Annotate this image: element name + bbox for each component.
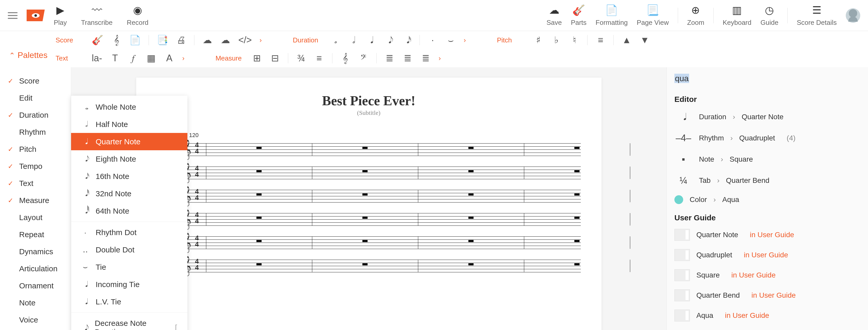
- palette-item[interactable]: ≡: [595, 35, 606, 46]
- palette-item[interactable]: 𝄞: [340, 53, 350, 64]
- staff[interactable]: 𝄞44: [173, 257, 581, 276]
- palette-item[interactable]: 𝅘𝅥: [365, 35, 376, 46]
- sidebar-item-repeat[interactable]: Repeat: [0, 226, 71, 243]
- palette-item[interactable]: ⌣: [446, 35, 456, 46]
- sidebar-item-duration[interactable]: ✓Duration: [0, 107, 71, 124]
- search-result-editor[interactable]: 𝅘𝅥Duration›Quarter Note: [666, 106, 868, 127]
- sidebar-item-tempo[interactable]: ✓Tempo: [0, 158, 71, 175]
- search-result-guide[interactable]: Quarter Notein User Guide: [666, 225, 868, 245]
- page-view-button[interactable]: 📃Page View: [637, 4, 669, 27]
- record-button[interactable]: ◉Record: [127, 4, 148, 27]
- staff[interactable]: 𝄞44: [173, 234, 581, 252]
- palettes-toggle[interactable]: Palettes: [0, 31, 45, 67]
- palette-item[interactable]: ♯: [533, 35, 543, 46]
- submenu-item[interactable]: ‥Double Dot: [71, 241, 187, 258]
- play-button[interactable]: ▶Play: [54, 4, 67, 27]
- sidebar-item-tab[interactable]: Tab: [0, 328, 71, 330]
- zoom-button[interactable]: ⊕Zoom: [687, 4, 704, 27]
- submenu-item[interactable]: 𝅘𝅥𝅯16th Note: [71, 168, 187, 185]
- palette-item[interactable]: 𝑓: [128, 53, 138, 64]
- submenu-item[interactable]: 𝅘𝅥𝅮Decrease Note Duration[: [71, 315, 187, 330]
- submenu-item[interactable]: 𝅘𝅥Quarter Note: [71, 133, 187, 150]
- user-avatar[interactable]: [846, 8, 860, 23]
- staff[interactable]: 𝄞44: [173, 164, 581, 183]
- search-result-editor[interactable]: ▪Note›Square: [666, 149, 868, 170]
- sidebar-item-pitch[interactable]: ✓Pitch: [0, 141, 71, 158]
- palette-item[interactable]: la-: [92, 53, 102, 64]
- submenu-item[interactable]: 𝅘𝅥Incoming Tie: [71, 276, 187, 293]
- parts-button[interactable]: 🎸Parts: [571, 4, 587, 27]
- search-result-guide[interactable]: Squarein User Guide: [666, 265, 868, 285]
- sidebar-item-edit[interactable]: Edit: [0, 89, 71, 107]
- palette-item[interactable]: A: [164, 53, 175, 64]
- sidebar-item-voice[interactable]: Voice: [0, 311, 71, 328]
- sidebar-item-measure[interactable]: ✓Measure: [0, 192, 71, 209]
- search-input[interactable]: qua: [666, 67, 868, 90]
- palette-item[interactable]: ♮: [569, 35, 580, 46]
- save-button[interactable]: ☁Save: [547, 4, 562, 27]
- palette-item[interactable]: T: [110, 53, 120, 64]
- palette-item[interactable]: ⊟: [270, 53, 280, 64]
- keyboard-button[interactable]: ▥Keyboard: [723, 4, 751, 27]
- sidebar-item-layout[interactable]: Layout: [0, 209, 71, 226]
- search-result-guide[interactable]: Quarter Bendin User Guide: [666, 285, 868, 305]
- palette-item[interactable]: ▦: [146, 53, 156, 64]
- submenu-item[interactable]: 𝅘𝅥𝅰32nd Note: [71, 185, 187, 202]
- submenu-item[interactable]: 𝅘𝅥𝅱64th Note: [71, 202, 187, 219]
- palette-item[interactable]: 𝄞: [111, 35, 122, 46]
- sidebar-item-dynamics[interactable]: Dynamics: [0, 243, 71, 260]
- palette-item[interactable]: ·: [428, 35, 438, 46]
- palette-item[interactable]: 📄: [129, 35, 141, 46]
- score-title[interactable]: Best Piece Ever!: [157, 93, 581, 108]
- palette-item[interactable]: 𝅗: [329, 35, 339, 46]
- palette-item[interactable]: ≣: [384, 53, 395, 64]
- palette-more[interactable]: ›: [439, 54, 441, 62]
- sidebar-item-ornament[interactable]: Ornament: [0, 277, 71, 294]
- staff[interactable]: 𝄞44: [173, 211, 581, 229]
- sidebar-item-rhythm[interactable]: Rhythm: [0, 124, 71, 141]
- search-result-editor[interactable]: ¼Tab›Quarter Bend: [666, 170, 868, 191]
- palette-more[interactable]: ›: [259, 36, 262, 44]
- palette-item[interactable]: 🖨: [176, 35, 186, 46]
- submenu-item[interactable]: 𝅝Whole Note: [71, 98, 187, 116]
- palette-item[interactable]: ♭: [551, 35, 561, 46]
- palette-item[interactable]: 𝅘𝅥𝅮: [383, 35, 394, 46]
- palette-item[interactable]: 🎸: [92, 35, 103, 46]
- palette-more[interactable]: ›: [464, 36, 466, 44]
- palette-item[interactable]: ☁: [202, 35, 213, 46]
- formatting-button[interactable]: 📄Formatting: [595, 4, 628, 27]
- staff[interactable]: 𝄞44: [173, 141, 581, 159]
- search-result-guide[interactable]: Aquain User Guide: [666, 305, 868, 326]
- submenu-item[interactable]: 𝅘𝅥𝅮Eighth Note: [71, 150, 187, 168]
- submenu-item[interactable]: ⌣Tie: [71, 258, 187, 276]
- guide-button[interactable]: ◷Guide: [761, 4, 778, 27]
- submenu-item[interactable]: 𝅘𝅥L.V. Tie: [71, 293, 187, 310]
- palette-item[interactable]: 📑: [157, 35, 168, 46]
- palette-item[interactable]: 𝄢: [358, 53, 369, 64]
- search-result-editor[interactable]: –4–Rhythm›Quadruplet(4): [666, 127, 868, 149]
- app-logo[interactable]: [27, 9, 45, 21]
- palette-item[interactable]: ≡: [314, 53, 324, 64]
- palette-item[interactable]: ≣: [402, 53, 413, 64]
- palette-item[interactable]: ⊞: [252, 53, 262, 64]
- palette-item[interactable]: 𝅘𝅥𝅯: [401, 35, 412, 46]
- search-result-guide[interactable]: Quadrupletin User Guide: [666, 245, 868, 265]
- palette-item[interactable]: ▼: [640, 35, 650, 46]
- palette-item[interactable]: ▲: [621, 35, 632, 46]
- palette-item[interactable]: ☁: [220, 35, 230, 46]
- score-subtitle[interactable]: (Subtitle): [157, 110, 581, 116]
- search-result-editor[interactable]: Color›Aqua: [666, 191, 868, 208]
- submenu-item[interactable]: ·Rhythm Dot: [71, 224, 187, 241]
- menu-button[interactable]: [8, 12, 18, 19]
- palette-item[interactable]: ≣: [421, 53, 431, 64]
- tempo-marking[interactable]: ♩ = 120: [180, 132, 581, 139]
- palette-more[interactable]: ›: [182, 54, 185, 62]
- sidebar-item-articulation[interactable]: Articulation: [0, 260, 71, 277]
- score-details-button[interactable]: ☰Score Details: [797, 4, 837, 27]
- sidebar-item-text[interactable]: ✓Text: [0, 175, 71, 192]
- submenu-item[interactable]: 𝅗𝅥Half Note: [71, 116, 187, 133]
- transcribe-button[interactable]: 〰Transcribe: [81, 4, 113, 27]
- palette-item[interactable]: </>: [238, 35, 252, 46]
- sidebar-item-score[interactable]: ✓Score: [0, 72, 71, 89]
- palette-item[interactable]: 𝅗𝅥: [347, 35, 358, 46]
